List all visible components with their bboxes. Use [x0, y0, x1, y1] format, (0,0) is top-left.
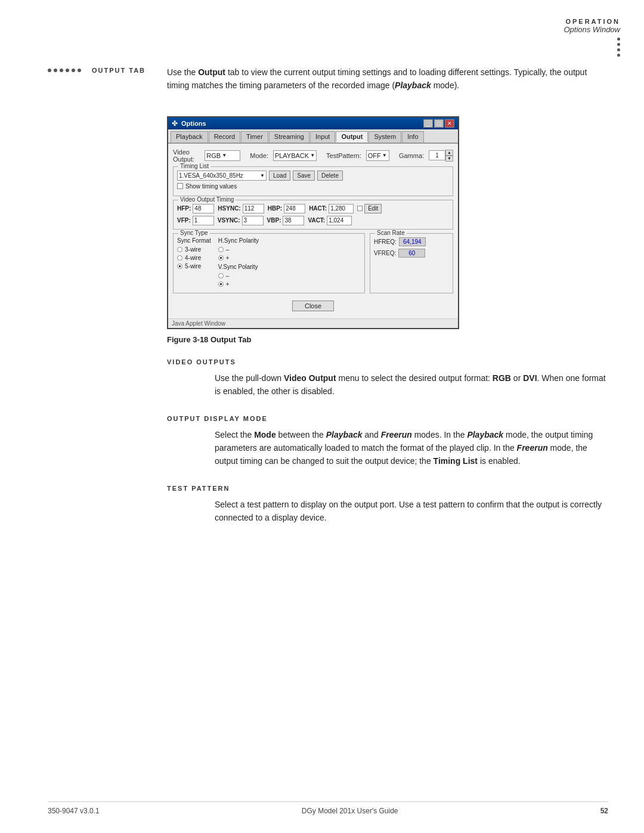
gamma-value[interactable]: 1	[429, 150, 445, 160]
vbp-input[interactable]: 38	[283, 216, 304, 225]
mode-arrow: ▼	[310, 153, 315, 158]
gamma-label: Gamma:	[399, 152, 424, 159]
show-timing-label: Show timing values	[185, 183, 237, 190]
video-output-arrow: ▼	[222, 153, 227, 158]
radio-4wire-row: 4-wire	[177, 255, 211, 261]
vsync-label: VSYNC:	[218, 217, 240, 224]
sdot6	[78, 69, 81, 72]
v-plus-label: +	[226, 281, 230, 287]
v-plus-row: +	[218, 281, 259, 287]
window-titlebar: ✤ Options _ □ ✕	[168, 117, 458, 129]
radio-3wire[interactable]	[177, 247, 182, 252]
video-outputs-section: VIDEO OUTPUTS Use the pull-down Video Ou…	[48, 358, 608, 398]
tab-output[interactable]: Output	[336, 131, 368, 143]
show-timing-row: Show timing values	[177, 183, 449, 190]
sdot4	[66, 69, 69, 72]
show-timing-checkbox[interactable]	[177, 183, 183, 189]
v-sync-polarity-label: V.Sync Polarity	[218, 264, 259, 270]
v-plus-radio[interactable]	[218, 281, 224, 287]
gamma-spinner[interactable]: ▲ ▼	[445, 150, 453, 162]
h-minus-label: –	[226, 246, 230, 253]
vfreq-label: VFREQ:	[374, 250, 396, 256]
radio-3wire-label: 3-wire	[185, 246, 201, 253]
section-label-area: OUTPUT TAB	[48, 66, 167, 74]
edit-button[interactable]: Edit	[364, 204, 382, 213]
sdot1	[48, 69, 51, 72]
video-outputs-text: Use the pull-down Video Output menu to s…	[215, 371, 608, 398]
test-pattern-value: OFF	[368, 152, 381, 159]
h-minus-row: –	[218, 246, 259, 253]
video-outputs-title: VIDEO OUTPUTS	[167, 358, 608, 366]
header-dots	[564, 38, 620, 57]
sync-format-label: Sync Format	[177, 237, 211, 244]
gamma-down[interactable]: ▼	[445, 156, 453, 162]
gamma-up[interactable]: ▲	[445, 150, 453, 156]
tab-info[interactable]: Info	[402, 131, 423, 143]
vbp-label: VBP:	[267, 217, 281, 224]
timing-list-group: Timing List 1.VESA_640x350_85Hz ▼ Load S…	[173, 166, 453, 196]
tab-system[interactable]: System	[369, 131, 401, 143]
timing-list-select[interactable]: 1.VESA_640x350_85Hz ▼	[177, 171, 267, 181]
h-plus-row: +	[218, 255, 259, 261]
radio-4wire-label: 4-wire	[185, 255, 201, 261]
sync-columns: Sync Format 3-wire 4-wire	[177, 237, 361, 289]
hact-input[interactable]: 1,280	[329, 204, 354, 213]
video-output-timing-title: Video Output Timing	[178, 196, 236, 203]
radio-4wire[interactable]	[177, 255, 182, 261]
window-controls[interactable]: _ □ ✕	[423, 119, 454, 128]
delete-button[interactable]: Delete	[317, 171, 343, 181]
close-window-button[interactable]: Close	[292, 301, 334, 311]
maximize-button[interactable]: □	[434, 119, 444, 128]
hbp-field: HBP: 248	[268, 204, 305, 213]
tab-streaming[interactable]: Streaming	[269, 131, 309, 143]
scan-rate-title: Scan Rate	[375, 230, 407, 236]
gamma-input-group: 1 ▲ ▼	[429, 150, 453, 162]
video-output-group: RGB ▼	[205, 150, 240, 161]
mode-value: PLAYBACK	[275, 152, 309, 159]
tab-timer[interactable]: Timer	[241, 131, 268, 143]
scan-rate-group: Scan Rate HFREQ: 64,194 VFREQ: 60	[370, 233, 453, 293]
test-pattern-text: Select a test pattern to display on the …	[215, 498, 608, 525]
minimize-button[interactable]: _	[423, 119, 433, 128]
hfreq-value: 64,194	[399, 237, 426, 246]
output-display-mode-text: Select the Mode between the Playback and…	[215, 428, 608, 468]
tab-record[interactable]: Record	[209, 131, 240, 143]
timing-list-title: Timing List	[178, 163, 210, 169]
vsync-input[interactable]: 3	[242, 216, 264, 225]
hsync-field: HSYNC: 112	[218, 204, 264, 213]
load-button[interactable]: Load	[269, 171, 290, 181]
hbp-input[interactable]: 248	[284, 204, 305, 213]
window-tabs: Playback Record Timer Streaming Input Ou…	[168, 129, 458, 144]
tab-playback[interactable]: Playback	[171, 131, 208, 143]
video-output-label: Video Output:	[173, 148, 200, 163]
window-icon: ✤	[172, 119, 178, 128]
v-minus-radio[interactable]	[218, 273, 224, 278]
footer-page: 52	[600, 807, 608, 815]
radio-5wire-row: 5-wire	[177, 263, 211, 270]
vbp-field: VBP: 38	[267, 216, 305, 225]
test-pattern-select[interactable]: OFF ▼	[366, 150, 389, 161]
save-button[interactable]: Save	[293, 171, 315, 181]
output-display-mode-section: OUTPUT DISPLAY MODE Select the Mode betw…	[48, 415, 608, 468]
bottom-groups: Sync Type Sync Format 3-wire 4-	[173, 233, 453, 293]
video-output-select[interactable]: RGB ▼	[205, 150, 240, 161]
output-tab-label: OUTPUT TAB	[92, 67, 145, 74]
hfp-input[interactable]: 48	[193, 204, 214, 213]
video-output-timing-group: Video Output Timing HFP: 48 HSYNC: 112 H…	[173, 200, 453, 230]
vact-input[interactable]: 1,024	[327, 216, 352, 225]
top-controls-row: Video Output: RGB ▼ Mode: PLAYBACK ▼ Tes…	[173, 148, 453, 163]
tab-input[interactable]: Input	[310, 131, 335, 143]
h-plus-radio[interactable]	[218, 255, 224, 261]
radio-5wire[interactable]	[177, 264, 182, 269]
vfp-input[interactable]: 1	[193, 216, 214, 225]
section-dots	[48, 69, 81, 72]
hsync-input[interactable]: 112	[243, 204, 264, 213]
dot1	[617, 38, 620, 41]
close-button[interactable]: ✕	[445, 119, 454, 128]
mode-select[interactable]: PLAYBACK ▼	[273, 150, 317, 161]
footer-title: DGy Model 201x User's Guide	[302, 807, 398, 815]
h-minus-radio[interactable]	[218, 247, 224, 252]
sync-type-group: Sync Type Sync Format 3-wire 4-	[173, 233, 365, 293]
edit-checkbox[interactable]	[357, 206, 363, 211]
test-pattern-title: TEST PATTERN	[167, 485, 608, 492]
